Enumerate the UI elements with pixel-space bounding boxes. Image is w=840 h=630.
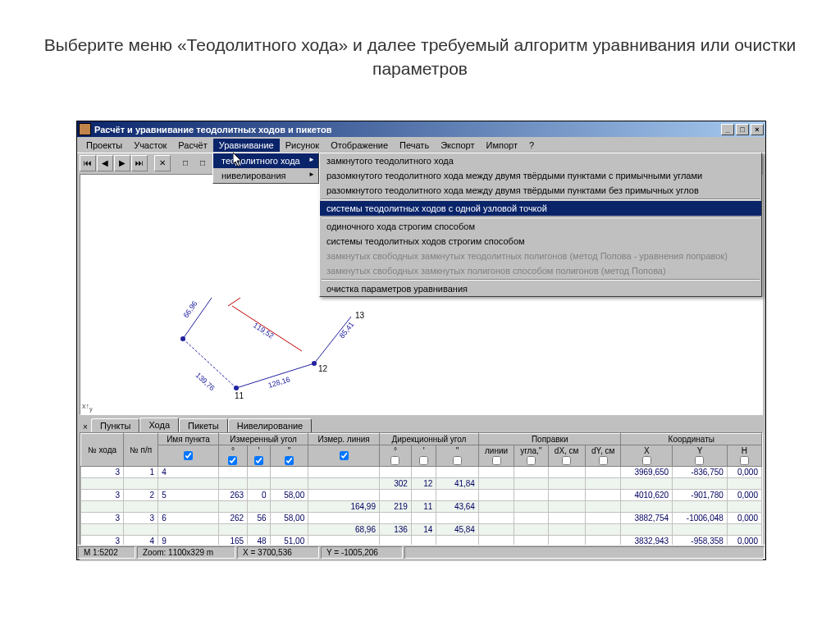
sub-x[interactable]: X <box>621 445 673 467</box>
svg-text:119,52: 119,52 <box>252 321 276 340</box>
status-x: X = 3700,536 <box>237 546 319 559</box>
submenu-leveling[interactable]: нивелирования <box>213 168 318 183</box>
menu-help[interactable]: ? <box>523 139 540 152</box>
status-empty <box>404 546 765 559</box>
sub-deg[interactable]: ° <box>218 445 247 467</box>
sub-pdy[interactable]: dY, см <box>585 445 621 467</box>
chk-line[interactable] <box>308 445 380 467</box>
submenu-adjustment[interactable]: теодолитного хода нивелирования <box>212 153 319 184</box>
table-row[interactable]: 164,992191143,64 <box>81 500 762 512</box>
table-row[interactable]: 3021241,84 <box>81 477 762 489</box>
alg-closed[interactable]: замкнутого теодолитного хода <box>320 153 761 168</box>
menu-calc[interactable]: Расчёт <box>172 139 212 152</box>
tab-points[interactable]: Пункты <box>91 418 139 432</box>
tab-pickets[interactable]: Пикеты <box>179 418 228 432</box>
alg-system-strict[interactable]: системы теодолитных ходов строгим способ… <box>320 234 761 249</box>
alg-system-single-node[interactable]: системы теодолитных ходов с одной узлово… <box>320 201 761 216</box>
menu-print[interactable]: Печать <box>394 139 435 152</box>
status-scale: M 1:5202 <box>78 546 135 559</box>
menu-adjustment[interactable]: Уравнивание <box>213 139 280 152</box>
traverse-drawing: 66,96 6 119,52 85,41 13 12 128,16 11 139… <box>179 294 441 417</box>
tab-leveling[interactable]: Нивелирование <box>228 418 313 432</box>
data-grid[interactable]: № хода № п/п Имя пункта Измеренный угол … <box>80 433 762 547</box>
svg-text:11: 11 <box>235 391 244 400</box>
col-n-pp[interactable]: № п/п <box>124 434 158 467</box>
svg-line-6 <box>228 298 240 306</box>
chk-name[interactable] <box>158 445 219 467</box>
sub-plines[interactable]: линии <box>478 445 514 467</box>
col-corrections[interactable]: Поправки <box>478 434 621 445</box>
sub-y[interactable]: Y <box>673 445 728 467</box>
svg-text:12: 12 <box>318 364 328 373</box>
menu-import[interactable]: Импорт <box>480 139 523 152</box>
sub-pdx[interactable]: dX, см <box>548 445 585 467</box>
alg-open-with-angles[interactable]: разомкнутого теодолитного хода между дву… <box>320 168 761 183</box>
col-meas-angle[interactable]: Измеренный угол <box>218 434 308 445</box>
menubar[interactable]: Проекты Участок Расчёт Уравнивание Рисун… <box>77 137 765 153</box>
col-name[interactable]: Имя пункта <box>158 434 219 445</box>
maximize-button[interactable]: □ <box>736 124 749 135</box>
menu-drawing[interactable]: Рисунок <box>280 139 326 152</box>
col-meas-line[interactable]: Измер. линия <box>308 434 380 445</box>
app-icon <box>79 123 91 135</box>
table-row[interactable]: 3143969,650-836,7500,000 <box>81 466 762 477</box>
alg-closed-popov-polygons: замкнутых свободных замкнутых полигонов … <box>320 263 761 278</box>
svg-text:13: 13 <box>355 311 365 320</box>
axis-label: x↑y <box>82 402 93 413</box>
alg-open-without-angles[interactable]: разомкнутого теодолитного хода между дву… <box>320 183 761 198</box>
submenu-theodolite-items[interactable]: замкнутого теодолитного хода разомкнутог… <box>319 153 762 297</box>
toolbar-next-icon[interactable]: ▶ <box>114 155 130 171</box>
svg-text:66,96: 66,96 <box>181 299 199 319</box>
menu-display[interactable]: Отображение <box>325 139 394 152</box>
minimize-button[interactable]: _ <box>721 124 734 135</box>
menu-area[interactable]: Участок <box>128 139 172 152</box>
alg-closed-popov-corrections: замкнутых свободных замкнутых теодолитны… <box>320 249 761 263</box>
sub-min[interactable]: ' <box>248 445 271 467</box>
toolbar-btn1[interactable]: □ <box>177 155 194 171</box>
sub-dmin[interactable]: ' <box>411 445 436 467</box>
sub-pangle[interactable]: угла,'' <box>514 445 548 467</box>
status-zoom: Zoom: 1100x329 m <box>137 546 235 559</box>
alg-clear-params[interactable]: очистка параметров уравнивания <box>320 281 761 296</box>
sub-sec[interactable]: '' <box>270 445 308 467</box>
close-button[interactable]: × <box>751 124 764 135</box>
table-row[interactable]: 325263058,004010,620-901,7800,000 <box>81 489 762 500</box>
submenu-theodolite[interactable]: теодолитного хода <box>213 153 318 168</box>
panel-close-icon[interactable]: × <box>80 422 91 432</box>
toolbar-prev-icon[interactable]: ◀ <box>97 155 113 171</box>
grid-wrap[interactable]: № хода № п/п Имя пункта Измеренный угол … <box>80 432 763 547</box>
toolbar-btn2[interactable]: □ <box>194 155 211 171</box>
toolbar-last-icon[interactable]: ⏭ <box>131 155 148 171</box>
menu-export[interactable]: Экспорт <box>435 139 480 152</box>
col-coords[interactable]: Координаты <box>621 434 762 445</box>
col-dir-angle[interactable]: Дирекционный угол <box>380 434 479 445</box>
sub-ddeg[interactable]: ° <box>380 445 412 467</box>
tab-traverses[interactable]: Хода <box>139 418 179 432</box>
toolbar-first-icon[interactable]: ⏮ <box>80 155 96 171</box>
page-title: Выберите меню «Теодолитного хода» и дале… <box>0 0 840 104</box>
data-panel: × Пункты Хода Пикеты Нивелирование № ход… <box>80 417 763 561</box>
sub-dsec[interactable]: '' <box>436 445 479 467</box>
menu-projects[interactable]: Проекты <box>80 139 128 152</box>
app-window: Расчёт и уравнивание теодолитных ходов и… <box>76 121 766 560</box>
svg-text:139,76: 139,76 <box>194 371 217 392</box>
data-tabs[interactable]: × Пункты Хода Пикеты Нивелирование <box>80 417 763 432</box>
titlebar: Расчёт и уравнивание теодолитных ходов и… <box>77 121 765 137</box>
sub-h[interactable]: H <box>727 445 761 467</box>
status-y: Y = -1005,206 <box>321 546 403 559</box>
table-row[interactable]: 3362625658,003882,754-1006,0480,000 <box>81 512 762 523</box>
alg-single-strict[interactable]: одиночного хода строгим способом <box>320 219 761 234</box>
table-row[interactable]: 68,961361445,84 <box>81 523 762 535</box>
window-title: Расчёт и уравнивание теодолитных ходов и… <box>94 125 719 135</box>
toolbar-delete-icon[interactable]: ✕ <box>154 155 171 171</box>
col-n-hoda[interactable]: № хода <box>81 434 124 467</box>
statusbar: M 1:5202 Zoom: 1100x329 m X = 3700,536 Y… <box>77 545 765 559</box>
